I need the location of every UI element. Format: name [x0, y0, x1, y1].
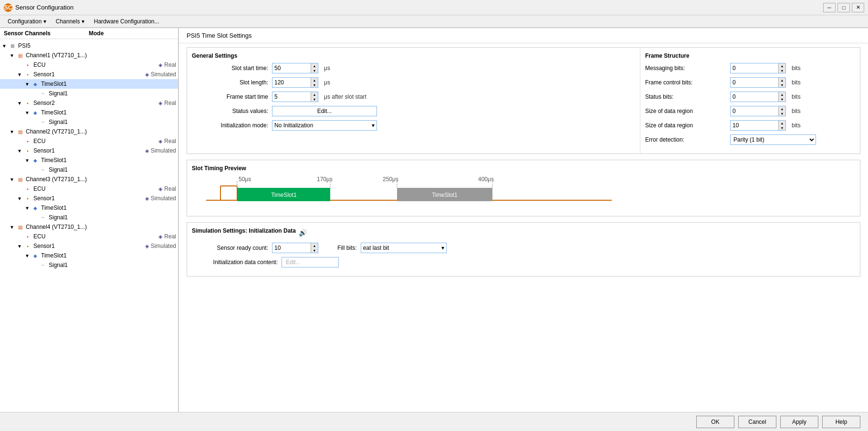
- frame-control-bits-value[interactable]: [731, 78, 778, 87]
- tree-item-ch1-sensor1[interactable]: ▼ ▪ Sensor1 ◈ Simulated: [0, 70, 178, 79]
- sensor-ready-count-value[interactable]: [272, 243, 311, 253]
- frame-start-time-input[interactable]: ▲ ▼: [272, 92, 318, 102]
- expand-ch1-s1-ts1[interactable]: ▼: [25, 82, 31, 87]
- tree-item-ch3-s1-ts1-sig1[interactable]: ～ Signal1: [0, 213, 178, 222]
- menu-channels[interactable]: Channels ▾: [52, 17, 88, 26]
- tree-item-ch3-s1-ts1[interactable]: ▼ ◆ TimeSlot1: [0, 203, 178, 213]
- slot-start-time-up[interactable]: ▲: [311, 63, 318, 68]
- tree-item-ch4-s1-ts1[interactable]: ▼ ◆ TimeSlot1: [0, 251, 178, 260]
- tree-item-ch3-ecu[interactable]: ▪ ECU ◈ Real: [0, 184, 178, 194]
- tree-item-ch4-sensor1[interactable]: ▼ ▪ Sensor1 ◈ Simulated: [0, 241, 178, 251]
- maximize-button[interactable]: □: [837, 3, 850, 12]
- error-detection-select[interactable]: Parity (1 bit) CRC (4 bit) None: [730, 134, 816, 145]
- slot-length-up[interactable]: ▲: [311, 78, 318, 82]
- menubar: Configuration ▾ Channels ▾ Hardware Conf…: [0, 15, 868, 28]
- frame-start-time-unit: μs after slot start: [324, 93, 366, 100]
- data-region1-up[interactable]: ▲: [779, 106, 785, 111]
- tree-item-psi5[interactable]: ▼ ⊞ PSI5: [0, 41, 178, 51]
- tree-item-ch2-s1-ts1-sig1[interactable]: ～ Signal1: [0, 165, 178, 174]
- data-region1-down[interactable]: ▼: [779, 111, 785, 116]
- status-values-edit-btn[interactable]: Edit...: [272, 106, 377, 116]
- apply-button[interactable]: Apply: [780, 416, 818, 428]
- tree-item-ch1-sensor2[interactable]: ▼ ▪ Sensor2 ◈ Real: [0, 98, 178, 108]
- tree-item-ch2-sensor1[interactable]: ▼ ▪ Sensor1 ◈ Simulated: [0, 146, 178, 155]
- init-data-content-edit-btn[interactable]: Edit...: [282, 257, 339, 267]
- ok-button[interactable]: OK: [696, 416, 734, 428]
- messaging-bits-row: Messaging bits: ▲ ▼ bits: [645, 63, 855, 73]
- frame-control-bits-up[interactable]: ▲: [779, 78, 785, 82]
- sensor-ready-count-down[interactable]: ▼: [311, 248, 318, 253]
- slot-start-time-input[interactable]: ▲ ▼: [272, 63, 318, 73]
- data-region2-input[interactable]: ▲ ▼: [730, 120, 786, 131]
- frame-control-bits-down[interactable]: ▼: [779, 82, 785, 87]
- tree-item-ch1-s1-timeslot1[interactable]: ▼ ◆ TimeSlot1: [0, 79, 178, 89]
- tree-item-ch1-s2-timeslot1[interactable]: ▼ ◆ TimeSlot1: [0, 108, 178, 117]
- slot-length-value[interactable]: [272, 78, 311, 87]
- tree-item-channel1[interactable]: ▼ ▤ Channel1 (VT2710_1...): [0, 51, 178, 60]
- frame-control-bits-input[interactable]: ▲ ▼: [730, 77, 786, 88]
- tree-item-channel3[interactable]: ▼ ▤ Channel3 (VT2710_1...): [0, 174, 178, 184]
- sensor-ready-count-input[interactable]: ▲ ▼: [272, 243, 318, 253]
- tree-item-ch2-ecu[interactable]: ▪ ECU ◈ Real: [0, 136, 178, 146]
- cancel-button[interactable]: Cancel: [738, 416, 776, 428]
- expand-channel2[interactable]: ▼: [10, 129, 15, 134]
- tree-item-ch1-ecu[interactable]: ▪ ECU ◈ Real: [0, 60, 178, 70]
- messaging-bits-value[interactable]: [731, 63, 778, 73]
- menu-hardware-configuration[interactable]: Hardware Configuration...: [90, 17, 163, 26]
- init-mode-dropdown[interactable]: No Initialization ▾: [272, 120, 377, 131]
- simulation-settings: Simulation Settings: Initialization Data…: [187, 222, 860, 277]
- expand-psi5[interactable]: ▼: [2, 43, 8, 49]
- status-bits-up[interactable]: ▲: [779, 92, 785, 97]
- menu-configuration[interactable]: Configuration ▾: [4, 17, 50, 26]
- tree-item-ch2-s1-ts1[interactable]: ▼ ◆ TimeSlot1: [0, 155, 178, 165]
- tree-item-ch4-s1-ts1-sig1[interactable]: ～ Signal1: [0, 260, 178, 270]
- slot-length-down[interactable]: ▼: [311, 82, 318, 87]
- tree-item-ch1-s1-ts1-sig1[interactable]: ～ Signal1: [0, 89, 178, 98]
- col-mode: Mode: [89, 30, 104, 37]
- frame-start-time-up[interactable]: ▲: [311, 92, 318, 97]
- ch2-s1-ts1-sig1-label: Signal1: [49, 166, 176, 173]
- data-region2-up[interactable]: ▲: [779, 121, 785, 125]
- expand-ch2-sensor1[interactable]: ▼: [17, 148, 23, 154]
- status-bits-down[interactable]: ▼: [779, 97, 785, 102]
- status-bits-value[interactable]: [731, 92, 778, 102]
- expand-ch1-s2-ts1[interactable]: ▼: [25, 110, 31, 115]
- ch1-sensor1-icon: ▪: [24, 71, 31, 78]
- tree-item-ch3-sensor1[interactable]: ▼ ▪ Sensor1 ◈ Simulated: [0, 194, 178, 203]
- status-bits-row: Status bits: ▲ ▼ bits: [645, 92, 855, 102]
- messaging-bits-up[interactable]: ▲: [779, 63, 785, 68]
- sim-header: Simulation Settings: Initialization Data…: [192, 227, 855, 238]
- slot-timing-preview: Slot Timing Preview TimeSlot1: [187, 160, 860, 216]
- expand-ch1-sensor1[interactable]: ▼: [17, 72, 23, 77]
- sensor-ready-count-up[interactable]: ▲: [311, 243, 318, 248]
- expand-channel1[interactable]: ▼: [10, 53, 15, 58]
- slot-start-time-value[interactable]: [272, 63, 311, 73]
- data-region1-value[interactable]: [731, 106, 778, 116]
- tree-item-channel4[interactable]: ▼ ▤ Channel4 (VT2710_1...): [0, 222, 178, 232]
- status-bits-input[interactable]: ▲ ▼: [730, 92, 786, 102]
- fill-bits-dropdown[interactable]: eat last bit ▾: [361, 243, 447, 253]
- messaging-bits-input[interactable]: ▲ ▼: [730, 63, 786, 73]
- tree-item-ch4-ecu[interactable]: ▪ ECU ◈ Real: [0, 232, 178, 241]
- tree-item-ch1-s2-ts1-sig1[interactable]: ～ Signal1: [0, 117, 178, 127]
- ch3-ecu-label: ECU: [33, 185, 155, 192]
- frame-start-time-value[interactable]: [272, 92, 311, 102]
- slot-start-time-label: Slot start time:: [192, 65, 268, 72]
- slot-length-input[interactable]: ▲ ▼: [272, 77, 318, 88]
- status-bits-unit: bits: [792, 93, 801, 100]
- data-region2-down[interactable]: ▼: [779, 125, 785, 130]
- close-button[interactable]: ✕: [852, 3, 864, 12]
- frame-structure-header: Frame Structure: [645, 52, 855, 59]
- frame-start-time-spinners: ▲ ▼: [311, 92, 318, 102]
- tree-item-channel2[interactable]: ▼ ▤ Channel2 (VT2710_1...): [0, 127, 178, 136]
- sig1-label: Signal1: [49, 90, 176, 97]
- expand-ch1-sensor2[interactable]: ▼: [17, 101, 23, 106]
- frame-start-time-down[interactable]: ▼: [311, 97, 318, 102]
- help-button[interactable]: Help: [822, 416, 860, 428]
- data-region2-value[interactable]: [731, 121, 778, 130]
- messaging-bits-down[interactable]: ▼: [779, 68, 785, 73]
- minimize-button[interactable]: ─: [823, 3, 836, 12]
- data-region1-input[interactable]: ▲ ▼: [730, 106, 786, 116]
- fill-bits-label: Fill bits:: [337, 245, 357, 251]
- slot-start-time-down[interactable]: ▼: [311, 68, 318, 73]
